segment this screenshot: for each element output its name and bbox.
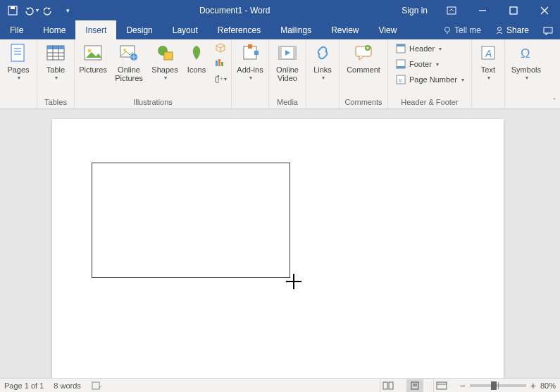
svg-text:Ω: Ω [521,46,530,61]
print-layout-button[interactable] [406,379,423,392]
text-button[interactable]: A Text▾ [476,42,500,82]
svg-rect-33 [218,75,219,77]
page-number-button[interactable]: #Page Number▾ [392,72,467,87]
screenshot-button[interactable]: +▾ [214,72,227,85]
svg-rect-38 [279,46,282,59]
maximize-button[interactable] [498,0,529,20]
quick-access-toolbar: ▾ ▾ [0,2,76,19]
tab-review[interactable]: Review [321,20,368,39]
signin-button[interactable]: Sign in [393,0,436,20]
svg-rect-35 [248,44,252,49]
tab-insert[interactable]: Insert [75,20,116,39]
title-bar-right: Sign in [393,0,560,20]
svg-rect-45 [397,66,405,68]
pages-button[interactable]: Pages▾ [4,42,32,82]
svg-rect-39 [293,46,296,59]
zoom-level[interactable]: 80% [540,381,556,390]
svg-point-32 [218,78,219,81]
web-layout-button[interactable] [433,379,450,392]
illustrations-more: +▾ [214,42,227,85]
online-pictures-label: Online Pictures [113,65,145,82]
undo-button[interactable]: ▾ [23,2,39,19]
tell-me-label: Tell me [454,25,481,35]
status-proofing-icon[interactable] [91,381,102,391]
online-video-button[interactable]: Online Video [273,42,301,82]
links-button[interactable]: Links▾ [311,42,335,82]
smartart-button[interactable] [214,57,227,70]
icons-label: Icons [187,65,206,74]
document-page[interactable] [52,119,504,378]
zoom-out-button[interactable]: − [460,380,466,391]
rectangle-shape[interactable] [92,163,290,278]
ribbon-display-options-button[interactable] [436,0,467,20]
svg-point-9 [497,27,501,30]
shapes-label: Shapes [151,65,178,74]
close-button[interactable] [529,0,560,20]
pictures-button[interactable]: Pictures [79,42,107,82]
text-icon: A [477,42,499,64]
group-media: Online Video Media [269,39,306,108]
svg-text:#: # [399,77,402,84]
addins-button[interactable]: Add-ins▾ [236,42,264,82]
pages-icon [7,42,30,64]
status-page[interactable]: Page 1 of 1 [4,381,44,390]
pages-label: Pages [7,65,29,74]
group-pages: Pages▾ [0,39,37,108]
icons-button[interactable]: Icons [185,42,209,82]
header-icon [395,43,406,54]
ribbon-tabstrip: File Home Insert Design Layout Reference… [0,20,560,39]
page-number-label: Page Number [409,75,457,84]
qat-customize-button[interactable]: ▾ [59,2,76,19]
symbols-button[interactable]: Ω Symbols▾ [509,42,543,82]
group-media-label: Media [273,96,301,108]
symbols-icon: Ω [515,42,537,64]
read-mode-button[interactable] [380,379,397,392]
minimize-button[interactable] [467,0,498,20]
group-symbols: Ω Symbols▾ [505,39,547,108]
icons-icon [185,42,208,64]
footer-label: Footer [409,60,432,68]
feedback-button[interactable] [536,20,560,41]
tab-file[interactable]: File [0,20,33,39]
group-pages-label [4,96,32,108]
redo-button[interactable] [41,2,58,19]
tell-me-search[interactable]: Tell me [436,20,488,39]
collapse-ribbon-button[interactable]: ˆ [553,97,556,106]
svg-rect-1 [11,6,15,9]
svg-rect-2 [447,7,456,14]
zoom-slider[interactable] [470,384,526,387]
share-button[interactable]: Share [488,20,536,39]
header-button[interactable]: Header▾ [392,42,467,56]
save-button[interactable] [4,2,21,19]
status-words[interactable]: 8 words [54,381,81,390]
tab-mailings[interactable]: Mailings [270,20,321,39]
svg-rect-52 [383,382,387,389]
svg-rect-30 [221,62,223,66]
tab-references[interactable]: References [208,20,270,39]
group-illustrations: Pictures Online Pictures Shapes▾ Icons +… [75,39,232,108]
svg-rect-27 [164,52,173,60]
svg-rect-10 [544,27,552,33]
document-canvas[interactable] [0,109,560,378]
tab-home[interactable]: Home [33,20,75,39]
group-links: Links▾ [306,39,340,108]
shapes-button[interactable]: Shapes▾ [151,42,179,82]
footer-button[interactable]: Footer▾ [392,57,467,71]
svg-rect-57 [437,382,447,389]
zoom-in-button[interactable]: + [530,380,536,391]
models-3d-button[interactable] [214,42,227,54]
lightbulb-icon [443,26,452,34]
tab-layout[interactable]: Layout [163,20,208,39]
tab-design[interactable]: Design [116,20,162,39]
online-pictures-button[interactable]: Online Pictures [113,42,145,82]
svg-rect-43 [397,44,405,46]
tab-view[interactable]: View [369,20,407,39]
table-button[interactable]: Table▾ [42,42,70,82]
addins-icon [239,42,261,64]
online-pictures-icon [118,42,140,64]
comment-button[interactable]: Comment [344,42,383,82]
group-addins: Add-ins▾ [232,39,269,108]
text-label: Text [481,65,495,74]
svg-rect-51 [92,382,99,389]
online-video-label: Online Video [273,65,301,82]
